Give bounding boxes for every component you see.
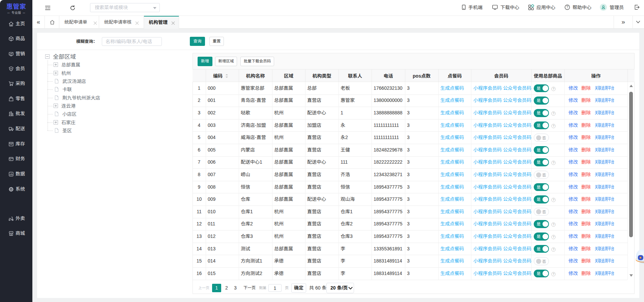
svg-text:?: ? [553, 272, 554, 276]
svg-text:?: ? [553, 223, 554, 226]
svg-text:?: ? [553, 235, 554, 239]
svg-text:?: ? [553, 87, 554, 90]
svg-text:?: ? [553, 248, 554, 251]
svg-text:?: ? [553, 124, 554, 128]
svg-text:?: ? [566, 5, 568, 9]
svg-text:?: ? [553, 112, 554, 115]
svg-text:?: ? [553, 198, 554, 201]
svg-text:?: ? [553, 161, 554, 165]
